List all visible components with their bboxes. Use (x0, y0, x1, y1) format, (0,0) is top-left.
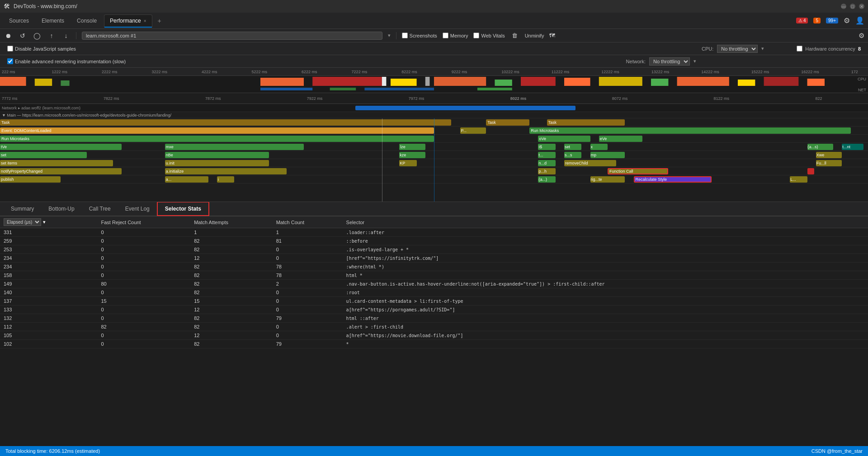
svg-rect-18 (260, 88, 312, 90)
cell-fast-reject: 0 (97, 254, 190, 263)
account-button[interactable]: 👤 (855, 16, 864, 25)
task-bar-3[interactable]: Task (547, 119, 625, 126)
nbe-bar[interactable]: nBe (165, 152, 269, 158)
tab-sources[interactable]: Sources (4, 14, 34, 27)
cell-match-count: 0 (273, 245, 343, 254)
tab-summary[interactable]: Summary (4, 202, 41, 216)
ss-bar[interactable]: s...s (564, 152, 581, 158)
disable-js-check[interactable]: Disable JavaScript samples (7, 46, 76, 52)
p-bar[interactable]: P... (460, 127, 486, 134)
col-match-count[interactable]: Match Count (273, 216, 343, 228)
clear-button[interactable]: ◯ (33, 31, 42, 40)
table-row: 132 0 82 79 html ::after (0, 314, 868, 323)
xwe-bar[interactable]: Xwe (816, 152, 842, 158)
trash-button[interactable]: 🗑 (510, 31, 519, 40)
minimize-button[interactable]: — (841, 4, 846, 9)
ph-bar[interactable]: p...h (538, 168, 555, 174)
upload-button[interactable]: ↑ (47, 31, 56, 40)
network-throttle-select[interactable]: No throttling (649, 57, 690, 66)
svg-rect-2 (61, 80, 69, 86)
web-vitals-check[interactable]: Web Vitals (473, 33, 505, 38)
ove-bar[interactable]: oVe (538, 136, 590, 142)
col-elapsed[interactable]: Elapsed (μs) ▾ (0, 216, 97, 228)
cell-fast-reject: 0 (97, 331, 190, 340)
svg-rect-7 (495, 80, 512, 86)
mxe-bar[interactable]: mxe (165, 144, 304, 150)
set-items-bar[interactable]: set items (0, 160, 113, 166)
url-dropdown[interactable]: ▾ (388, 33, 391, 38)
kp-bar[interactable]: KP (399, 160, 416, 166)
add-tab-button[interactable]: + (154, 15, 165, 26)
col-selector[interactable]: Selector (343, 216, 868, 228)
a-bar[interactable]: a... (165, 176, 208, 183)
eve-bar[interactable]: eVe (599, 136, 642, 142)
download-button[interactable]: ↓ (61, 31, 71, 40)
kze-bar[interactable]: kze (399, 152, 425, 158)
a2-bar[interactable]: (a...) (538, 176, 555, 183)
tab-bottom-up[interactable]: Bottom-Up (41, 202, 81, 216)
hw-concurrency-check[interactable] (797, 46, 802, 52)
maximize-button[interactable]: □ (850, 4, 855, 9)
ainitialize-bar[interactable]: a.initialize (165, 168, 287, 174)
task-bar-2[interactable]: Task (486, 119, 529, 126)
task-bar-1[interactable]: Task (0, 119, 451, 126)
timeline-overview[interactable]: 222 ms 1222 ms 2222 ms 3222 ms 4222 ms 5… (0, 68, 868, 93)
unminify-button[interactable]: Unminify (525, 33, 544, 38)
lze-bar[interactable]: lze (399, 144, 425, 150)
removechild-bar[interactable]: removeChild (564, 160, 616, 166)
set2-bar[interactable]: set (0, 152, 87, 158)
tab-call-tree[interactable]: Call Tree (82, 202, 118, 216)
function-call-bar[interactable]: Function Call (608, 168, 668, 174)
elapsed-sort-dropdown[interactable]: Elapsed (μs) (4, 218, 41, 226)
as-bar[interactable]: (a...s) (807, 144, 834, 150)
tab-elements-label: Elements (42, 18, 64, 24)
adv-rendering-check[interactable]: Enable advanced rendering instrumentatio… (7, 58, 126, 64)
flame-row-0: Task Task Task (0, 118, 868, 127)
table-scroll[interactable]: Elapsed (μs) ▾ Fast Reject Count Match A… (0, 216, 868, 357)
col-fast-reject[interactable]: Fast Reject Count (97, 216, 190, 228)
cell-fast-reject: 15 (97, 297, 190, 306)
network-throttle-dropdown[interactable]: ▾ (693, 58, 696, 64)
notify-bar[interactable]: notifyPropertyChanged (0, 168, 122, 174)
settings-button[interactable]: ⚙ (844, 16, 850, 25)
tab-console[interactable]: Console (71, 14, 102, 27)
recalculate-style-bar[interactable]: Recalculate Style (634, 176, 712, 183)
cell-match-attempts: 82 (190, 245, 273, 254)
tab-elements[interactable]: Elements (36, 14, 70, 27)
memory-check[interactable]: Memory (443, 33, 468, 38)
nd-bar[interactable]: n...d (538, 160, 555, 166)
x-bar[interactable]: x (590, 144, 608, 150)
tab-performance-close[interactable]: × (144, 19, 146, 24)
refresh-record-button[interactable]: ↺ (18, 31, 27, 40)
publish-bar[interactable]: publish (0, 176, 61, 183)
table-row: 253 0 82 0 .is-overlayed-large + * (0, 245, 868, 254)
cell-elapsed: 234 (0, 254, 97, 263)
screenshots-check[interactable]: Screenshots (402, 33, 437, 38)
tnt-bar[interactable]: t...nt (842, 144, 863, 150)
run-microtasks-1-bar[interactable]: Run Microtasks (529, 127, 850, 134)
tab-selector-stats[interactable]: Selector Stats (157, 202, 209, 216)
record-button[interactable]: ⏺ (4, 31, 13, 40)
mp-bar[interactable]: mp (590, 152, 625, 158)
full-bar[interactable]: Fu...ll (816, 160, 842, 166)
close-button[interactable]: ✕ (859, 4, 864, 9)
flame-chart-area[interactable]: Task Task Task Event: DOMContentLoaded P… (0, 118, 868, 202)
uinit-bar[interactable]: u.init (165, 160, 269, 166)
cpu-throttle-dropdown[interactable]: ▾ (761, 46, 764, 52)
tab-performance[interactable]: Performance × (104, 14, 152, 27)
set-bar-1[interactable]: set (564, 144, 581, 150)
tab-event-log[interactable]: Event Log (118, 202, 157, 216)
cpu-throttle-select[interactable]: No throttling (717, 45, 758, 53)
tve-bar[interactable]: tVe (0, 144, 122, 150)
is-bar[interactable]: I$ (538, 144, 555, 150)
col-match-attempts[interactable]: Match Attempts (190, 216, 273, 228)
run-microtasks-2-bar[interactable]: Run Microtasks (0, 136, 434, 142)
url-input[interactable] (82, 32, 382, 40)
event-domcontent-bar[interactable]: Event: DOMContentLoaded (0, 127, 434, 134)
cell-match-count: 0 (273, 297, 343, 306)
devtools-settings-button[interactable]: ⚙ (859, 32, 864, 40)
t-bar[interactable]: t... (538, 152, 555, 158)
l-bar[interactable]: L... (790, 176, 807, 183)
i-bar[interactable]: i (217, 176, 234, 183)
rigte-bar[interactable]: rig...te (590, 176, 625, 183)
